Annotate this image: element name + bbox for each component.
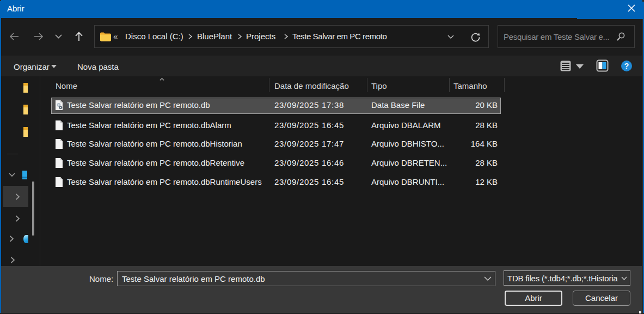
svg-text:?: ? [624, 62, 629, 70]
